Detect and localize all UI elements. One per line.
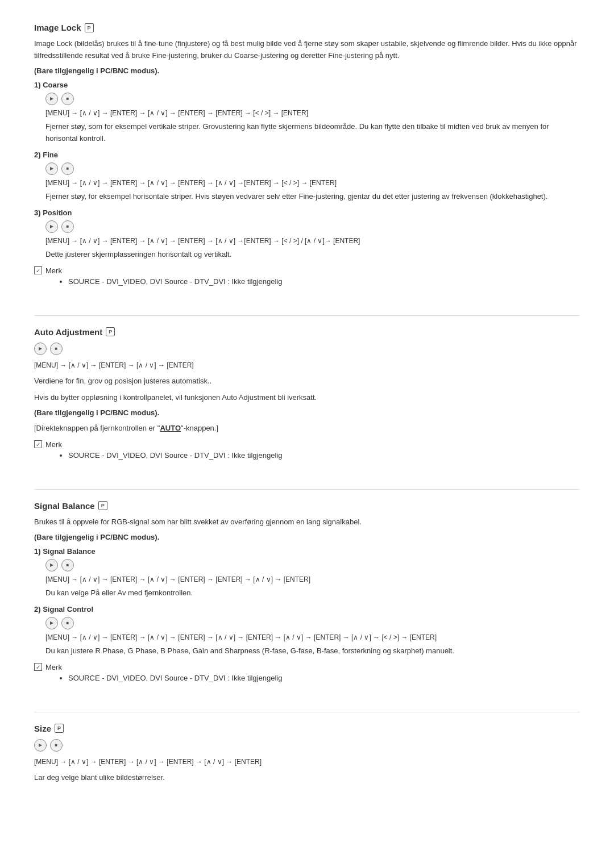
play-button-signal-control[interactable] [45, 617, 58, 629]
image-lock-note-0: SOURCE - DVI_VIDEO, DVI Source - DTV_DVI… [68, 277, 580, 286]
auto-adjustment-badge: P [106, 327, 115, 336]
position-nav: [MENU] → [∧ / ∨] → [ENTER] → [∧ / ∨] → [… [45, 235, 580, 247]
play-button-auto[interactable] [34, 343, 47, 355]
size-description: Lar deg velge blant ulike bildestørrelse… [34, 772, 580, 784]
stop-button-signal-balance[interactable] [61, 559, 74, 571]
play-button-signal-balance[interactable] [45, 559, 58, 571]
auto-adjustment-controls [34, 343, 580, 355]
stop-button-signal-control[interactable] [61, 617, 74, 629]
coarse-controls [45, 93, 580, 105]
image-lock-title: Image Lock [34, 23, 81, 32]
image-lock-description: Image Lock (bildelås) brukes til å fine-… [34, 38, 580, 62]
signal-balance-badge: P [98, 501, 107, 510]
signal-balance-bold-note: (Bare tilgjengelig i PC/BNC modus). [34, 533, 580, 541]
section-auto-adjustment: Auto Adjustment P [MENU] → [∧ / ∨] → [EN… [34, 327, 580, 471]
section-title-size: Size P [34, 724, 580, 733]
signal-balance-note-0: SOURCE - DVI_VIDEO, DVI Source - DTV_DVI… [68, 674, 580, 682]
auto-adjustment-remote-note: [Direkteknappen på fjernkontrollen er "A… [34, 423, 580, 435]
stop-button-position[interactable] [61, 220, 74, 233]
stop-button-fine[interactable] [61, 162, 74, 175]
fine-desc: Fjerner støy, for eksempel horisontale s… [45, 191, 580, 203]
stop-button-coarse[interactable] [61, 93, 74, 105]
divider-2 [34, 489, 580, 490]
page-content: Image Lock P Image Lock (bildelås) bruke… [34, 23, 580, 800]
signal-control-desc: Du kan justere R Phase, G Phase, B Phase… [45, 645, 580, 657]
divider-1 [34, 315, 580, 316]
fine-title: 2) Fine [34, 151, 580, 159]
play-button-coarse[interactable] [45, 93, 58, 105]
size-title: Size [34, 724, 51, 733]
sub-section-fine: 2) Fine [MENU] → [∧ / ∨] → [ENTER] → [∧ … [34, 151, 580, 203]
auto-adjustment-desc1: Verdiene for fin, grov og posisjon juste… [34, 375, 580, 387]
stop-button-size[interactable] [50, 739, 63, 752]
merk-checkbox-auto [34, 440, 42, 448]
merk-checkbox-signal [34, 663, 42, 671]
play-button-fine[interactable] [45, 162, 58, 175]
auto-adjustment-nav: [MENU] → [∧ / ∨] → [ENTER] → [∧ / ∨] → [… [34, 360, 580, 371]
auto-keyword: AUTO [160, 424, 181, 432]
section-signal-balance: Signal Balance P Brukes til å oppveie fo… [34, 501, 580, 694]
signal-balance-merk-row: Merk [34, 663, 580, 671]
coarse-nav: [MENU] → [∧ / ∨] → [ENTER] → [∧ / ∨] → [… [45, 107, 580, 119]
coarse-title: 1) Coarse [34, 81, 580, 89]
image-lock-sub-sections: 1) Coarse [MENU] → [∧ / ∨] → [ENTER] → [… [34, 81, 580, 261]
sub-section-signal-balance: 1) Signal Balance [MENU] → [∧ / ∨] → [EN… [34, 547, 580, 599]
auto-adjustment-desc2: Hvis du bytter oppløsning i kontrollpane… [34, 392, 580, 404]
merk-label-signal: Merk [45, 663, 62, 671]
section-title-signal-balance: Signal Balance P [34, 501, 580, 511]
section-title-auto-adjustment: Auto Adjustment P [34, 327, 580, 337]
section-title-image-lock: Image Lock P [34, 23, 580, 32]
size-controls [34, 739, 580, 752]
position-title: 3) Position [34, 208, 580, 217]
signal-control-controls [45, 617, 580, 629]
size-badge: P [55, 724, 64, 733]
signal-balance-sub-desc: Du kan velge På eller Av med fjernkontro… [45, 587, 580, 599]
signal-balance-title: Signal Balance [34, 501, 95, 511]
image-lock-merk-row: Merk [34, 266, 580, 275]
size-nav: [MENU] → [∧ / ∨] → [ENTER] → [∧ / ∨] → [… [34, 756, 580, 767]
auto-adjustment-note-0: SOURCE - DVI_VIDEO, DVI Source - DTV_DVI… [68, 451, 580, 460]
sub-section-coarse: 1) Coarse [MENU] → [∧ / ∨] → [ENTER] → [… [34, 81, 580, 145]
divider-3 [34, 712, 580, 712]
signal-control-title: 2) Signal Control [34, 605, 580, 614]
signal-balance-description: Brukes til å oppveie for RGB-signal som … [34, 516, 580, 528]
signal-balance-nav: [MENU] → [∧ / ∨] → [ENTER] → [∧ / ∨] → [… [45, 574, 580, 585]
merk-label-auto: Merk [45, 440, 62, 449]
fine-controls [45, 162, 580, 175]
coarse-desc: Fjerner støy, som for eksempel vertikale… [45, 121, 580, 145]
signal-balance-notes: SOURCE - DVI_VIDEO, DVI Source - DTV_DVI… [51, 674, 580, 682]
merk-label-image-lock: Merk [45, 266, 62, 275]
signal-balance-sub-title: 1) Signal Balance [34, 547, 580, 556]
auto-adjustment-merk-row: Merk [34, 440, 580, 449]
signal-balance-controls [45, 559, 580, 571]
signal-balance-sub-sections: 1) Signal Balance [MENU] → [∧ / ∨] → [EN… [34, 547, 580, 657]
image-lock-badge: P [85, 23, 94, 32]
auto-adjustment-bold-note: (Bare tilgjengelig i PC/BNC modus). [34, 408, 580, 417]
stop-button-auto[interactable] [50, 343, 63, 355]
signal-control-nav: [MENU] → [∧ / ∨] → [ENTER] → [∧ / ∨] → [… [45, 632, 580, 643]
section-size: Size P [MENU] → [∧ / ∨] → [ENTER] → [∧ /… [34, 724, 580, 800]
sub-section-position: 3) Position [MENU] → [∧ / ∨] → [ENTER] →… [34, 208, 580, 261]
position-controls [45, 220, 580, 233]
merk-checkbox-image-lock [34, 266, 42, 274]
play-button-size[interactable] [34, 739, 47, 752]
auto-adjustment-notes: SOURCE - DVI_VIDEO, DVI Source - DTV_DVI… [51, 451, 580, 460]
auto-adjustment-title: Auto Adjustment [34, 327, 102, 337]
image-lock-notes: SOURCE - DVI_VIDEO, DVI Source - DTV_DVI… [51, 277, 580, 286]
play-button-position[interactable] [45, 220, 58, 233]
fine-nav: [MENU] → [∧ / ∨] → [ENTER] → [∧ / ∨] → [… [45, 177, 580, 189]
sub-section-signal-control: 2) Signal Control [MENU] → [∧ / ∨] → [EN… [34, 605, 580, 657]
section-image-lock: Image Lock P Image Lock (bildelås) bruke… [34, 23, 580, 297]
image-lock-bold-note: (Bare tilgjengelig i PC/BNC modus). [34, 66, 580, 75]
position-desc: Dette justerer skjermplasseringen horiso… [45, 249, 580, 261]
